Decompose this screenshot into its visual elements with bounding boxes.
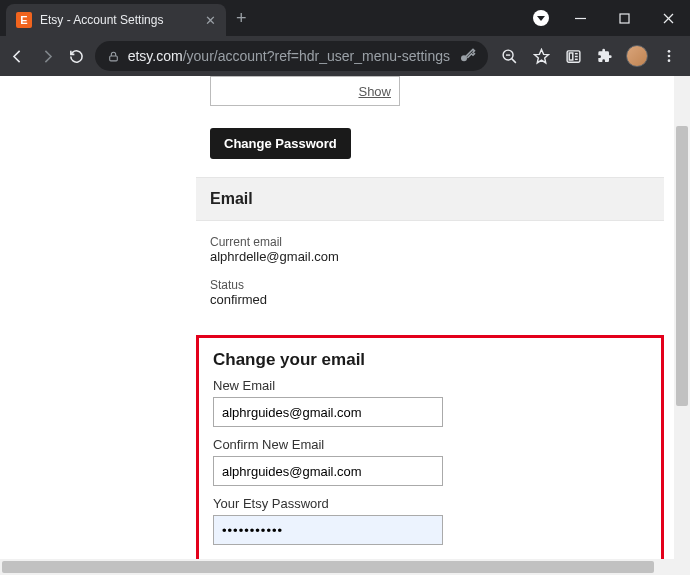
horizontal-scroll-thumb[interactable] [2,561,654,573]
maximize-button[interactable] [602,0,646,36]
url-text: etsy.com/your/account?ref=hdr_user_menu-… [128,48,450,64]
bookmark-icon[interactable] [526,41,556,71]
page-viewport: Show Change Password Email Current email… [0,76,690,575]
key-icon[interactable] [458,47,476,65]
close-window-button[interactable] [646,0,690,36]
extensions-icon[interactable] [590,41,620,71]
forward-button[interactable] [36,41,60,71]
tab-title: Etsy - Account Settings [40,13,197,27]
new-tab-button[interactable]: + [226,8,257,29]
close-tab-icon[interactable]: ✕ [205,13,216,28]
new-email-label: New Email [213,378,647,393]
browser-tab[interactable]: E Etsy - Account Settings ✕ [6,4,226,36]
current-email-value: alphrdelle@gmail.com [210,249,650,264]
minimize-button[interactable] [558,0,602,36]
profile-avatar[interactable] [622,41,652,71]
zoom-icon[interactable] [494,41,524,71]
svg-rect-11 [569,52,573,59]
address-bar: etsy.com/your/account?ref=hdr_user_menu-… [0,36,690,76]
status-label: Status [210,278,650,292]
change-email-title: Change your email [213,350,647,370]
svg-rect-1 [620,14,629,23]
horizontal-scrollbar[interactable] [0,559,674,575]
email-section-header: Email [196,177,664,221]
change-email-section: Change your email New Email Confirm New … [196,335,664,559]
back-button[interactable] [6,41,30,71]
svg-point-17 [668,59,671,62]
url-bar[interactable]: etsy.com/your/account?ref=hdr_user_menu-… [95,41,488,71]
new-email-input[interactable] [213,397,443,427]
extension-shield-icon[interactable] [524,5,558,31]
show-password-link[interactable]: Show [358,84,391,99]
confirm-password-input[interactable]: Show [210,76,400,106]
email-section-body: Current email alphrdelle@gmail.com Statu… [196,221,664,335]
svg-line-7 [511,58,515,62]
reader-icon[interactable] [558,41,588,71]
svg-point-16 [668,55,671,58]
etsy-favicon: E [16,12,32,28]
confirm-email-label: Confirm New Email [213,437,647,452]
status-value: confirmed [210,292,650,307]
svg-rect-4 [109,55,117,60]
menu-icon[interactable] [654,41,684,71]
current-email-label: Current email [210,235,650,249]
svg-point-15 [668,50,671,53]
change-password-button[interactable]: Change Password [210,128,351,159]
svg-marker-9 [534,49,548,62]
confirm-email-input[interactable] [213,456,443,486]
etsy-password-label: Your Etsy Password [213,496,647,511]
etsy-password-input[interactable] [213,515,443,545]
reload-button[interactable] [65,41,89,71]
window-titlebar: E Etsy - Account Settings ✕ + [0,0,690,36]
vertical-scroll-thumb[interactable] [676,126,688,406]
lock-icon [107,50,120,63]
vertical-scrollbar[interactable] [674,76,690,559]
scroll-corner [674,559,690,575]
